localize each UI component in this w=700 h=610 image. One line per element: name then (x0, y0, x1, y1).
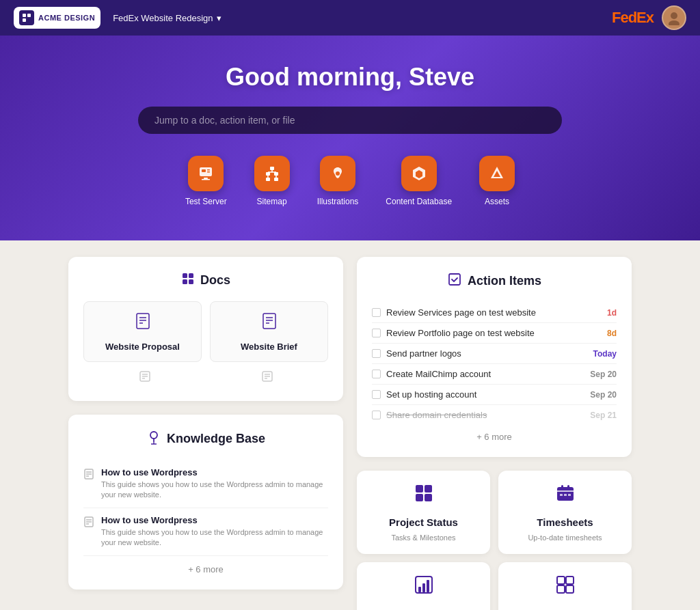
kb-item-0-title: How to use Wordpress (101, 467, 328, 477)
docs-footer (83, 370, 328, 386)
action-item-list: Review Services page on test website 1d … (372, 303, 617, 425)
action-item-4-checkbox[interactable] (372, 390, 381, 399)
svg-rect-23 (183, 273, 187, 278)
action-item-0-date: 1d (607, 308, 617, 318)
kb-more-link[interactable]: + 6 more (83, 564, 328, 574)
svg-rect-68 (557, 577, 565, 584)
svg-rect-31 (263, 314, 275, 329)
quick-link-test-server[interactable]: Test Server (185, 156, 227, 206)
quick-link-illustrations[interactable]: Illustrations (317, 156, 359, 206)
svg-rect-57 (425, 494, 432, 501)
mini-card-project-status[interactable]: Project Status Tasks & Milestones (357, 471, 490, 554)
illustrations-label: Illustrations (317, 197, 359, 206)
action-item-2-checkbox[interactable] (372, 349, 381, 358)
logo-icon (19, 10, 34, 25)
kb-item-0-icon (83, 469, 94, 482)
illustrations-icon (320, 156, 355, 191)
header-right: FedEx (612, 5, 686, 30)
kb-item-1-content: How to use Wordpress This guide shows yo… (101, 515, 328, 549)
doc-footer-icon-0[interactable] (139, 370, 151, 386)
project-status-title: Project Status (389, 516, 458, 528)
sitemap-icon (254, 156, 290, 191)
kb-title: Knowledge Base (167, 432, 265, 446)
svg-rect-11 (270, 167, 274, 170)
action-item-0-checkbox[interactable] (372, 308, 381, 317)
action-item-2: Send partner logos Today (372, 344, 617, 364)
action-item-1-checkbox[interactable] (372, 329, 381, 337)
action-item-5-text: Share domain credentials (386, 410, 487, 420)
project-selector[interactable]: FedEx Website Redesign ▾ (113, 13, 221, 23)
action-item-5-checkbox[interactable] (372, 411, 381, 419)
project-name: FedEx Website Redesign (113, 13, 213, 23)
doc-item-1[interactable]: Website Brief (210, 301, 328, 362)
right-column: Action Items Review Services page on tes… (357, 257, 632, 610)
action-item-1-text: Review Portfolio page on test website (386, 328, 535, 338)
kb-item-0[interactable]: How to use Wordpress This guide shows yo… (83, 460, 328, 508)
action-item-1: Review Portfolio page on test website 8d (372, 323, 617, 344)
action-item-3-checkbox[interactable] (372, 370, 381, 378)
mini-card-prototype[interactable]: Prototype The new website design (498, 562, 632, 610)
test-server-icon (188, 156, 224, 191)
hero-content: Good morning, Steve Jump to a doc, actio… (14, 63, 686, 206)
dropdown-chevron-icon: ▾ (217, 13, 221, 23)
svg-rect-0 (23, 14, 26, 17)
doc-name-0: Website Proposal (105, 342, 180, 352)
action-items-card: Action Items Review Services page on tes… (357, 257, 632, 457)
mini-cards-grid: Project Status Tasks & Milestones Time (357, 471, 632, 610)
svg-rect-1 (27, 14, 31, 17)
docs-icon (181, 272, 195, 289)
svg-rect-10 (202, 179, 210, 180)
action-item-1-date: 8d (607, 329, 617, 338)
svg-rect-65 (418, 587, 421, 592)
left-column: Docs Website Proposal (68, 257, 343, 610)
avatar[interactable] (662, 5, 686, 30)
action-item-2-left: Send partner logos (372, 348, 461, 359)
mini-card-timesheets[interactable]: Timesheets Up-to-date timesheets (498, 471, 632, 554)
svg-rect-8 (207, 171, 210, 173)
svg-rect-14 (266, 178, 270, 181)
svg-rect-54 (416, 485, 423, 493)
docs-card-title: Docs (83, 272, 328, 289)
quick-link-content-database[interactable]: Content Database (386, 156, 452, 206)
quick-link-assets[interactable]: Assets (479, 156, 515, 206)
action-item-3-text: Create MailChimp account (386, 369, 491, 379)
logo[interactable]: ACME DESIGN (14, 7, 100, 29)
kb-item-1[interactable]: How to use Wordpress This guide shows yo… (83, 508, 328, 556)
kb-item-0-content: How to use Wordpress This guide shows yo… (101, 467, 328, 501)
svg-rect-66 (422, 583, 425, 592)
doc-item-0[interactable]: Website Proposal (83, 301, 202, 362)
svg-point-4 (669, 20, 679, 25)
action-item-4: Set up hosting account Sep 20 (372, 385, 617, 405)
action-item-0-left: Review Services page on test website (372, 307, 536, 318)
content-database-icon (401, 156, 437, 191)
svg-rect-5 (200, 167, 212, 176)
quick-link-sitemap[interactable]: Sitemap (254, 156, 290, 206)
action-items-icon (447, 272, 462, 290)
action-item-5-left: Share domain credentials (372, 410, 487, 420)
svg-point-3 (671, 12, 677, 19)
docs-grid: Website Proposal Website Brief (83, 301, 328, 362)
timesheets-subtitle: Up-to-date timesheets (528, 533, 602, 542)
search-bar[interactable]: Jump to a doc, action item, or file (138, 107, 562, 134)
svg-rect-70 (557, 585, 565, 593)
sitemap-label: Sitemap (257, 197, 287, 206)
svg-rect-59 (561, 485, 563, 489)
svg-rect-15 (274, 178, 278, 181)
mini-card-seo[interactable]: SEO Dashboard Google SEO analytics (357, 562, 490, 610)
logo-text: ACME DESIGN (38, 14, 95, 22)
action-item-3: Create MailChimp account Sep 20 (372, 364, 617, 385)
svg-rect-69 (566, 577, 574, 584)
docs-card: Docs Website Proposal (68, 257, 343, 401)
kb-card-title: Knowledge Base (83, 430, 328, 448)
action-items-heading: Action Items (468, 274, 541, 288)
fedex-logo: FedEx (612, 9, 654, 27)
kb-item-1-desc: This guide shows you how to use the Word… (101, 527, 328, 549)
action-item-4-text: Set up hosting account (386, 389, 476, 400)
svg-rect-9 (204, 178, 208, 179)
svg-rect-53 (449, 274, 460, 285)
svg-rect-62 (564, 494, 567, 496)
kb-icon (146, 430, 161, 448)
action-items-more[interactable]: + 6 more (372, 432, 617, 442)
doc-footer-icon-1[interactable] (261, 370, 273, 386)
svg-point-43 (150, 432, 157, 439)
